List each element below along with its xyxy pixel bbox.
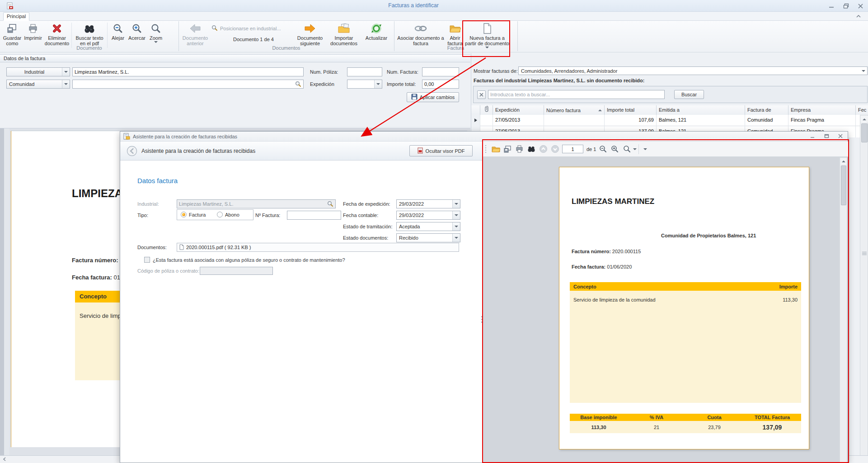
cell-expedicion: 27/05/2013 <box>493 115 544 126</box>
print-button[interactable] <box>516 145 523 154</box>
num-factura-input[interactable] <box>422 67 459 76</box>
aplicar-cambios-label: Aplicar cambios <box>420 94 455 100</box>
iva-label: % IVA <box>628 415 685 420</box>
chevron-up-icon <box>863 118 866 120</box>
scroll-up-button[interactable] <box>861 116 868 123</box>
pdf-toolbar: de 1 <box>483 142 848 157</box>
radio-abono[interactable]: Abono <box>217 212 239 217</box>
table-row[interactable]: 27/05/2013 107,69 Balmes, 121 Comunidad … <box>471 115 860 126</box>
fecha-contable-combo[interactable]: 29/03/2022 <box>396 211 460 220</box>
chevron-down-icon <box>452 222 460 231</box>
base-imponible-value: 113,30 <box>570 425 628 430</box>
printer-icon <box>28 22 38 35</box>
open-file-button[interactable] <box>492 145 500 154</box>
expedicion-combo-value <box>347 80 374 88</box>
row-indicator <box>471 115 480 126</box>
ribbon-group-separator <box>517 21 518 51</box>
estado-tramitacion-combo[interactable]: Aceptada <box>396 222 460 231</box>
documentos-field[interactable]: 2020.000115.pdf ( 92.31 KB ) <box>177 243 459 252</box>
importe-total-input[interactable] <box>422 80 459 89</box>
fecha-expedicion-label: Fecha de expedición: <box>343 201 390 207</box>
dialog-minimize-button[interactable] <box>806 132 819 140</box>
column-header-expedicion[interactable]: Expedición <box>493 105 544 115</box>
estado-documentos-label: Estado documentos: <box>343 235 388 241</box>
pdf-zoom-mode-button[interactable] <box>623 145 637 153</box>
chevron-down-icon <box>154 41 158 43</box>
documento-anterior-label: Documento anterior <box>181 35 210 46</box>
total-factura-value: 137,09 <box>743 424 801 431</box>
ribbon-separator <box>71 23 72 48</box>
back-button[interactable] <box>127 146 137 157</box>
search-icon <box>211 25 218 32</box>
dialog-maximize-button[interactable] <box>820 132 833 140</box>
posicionarse-field: Posicionarse en industrial... <box>211 25 296 32</box>
scrollbar-thumb[interactable] <box>861 123 868 142</box>
splitter-grip-icon[interactable] <box>862 251 867 256</box>
column-header-factura-de[interactable]: Factura de <box>745 105 788 115</box>
grid-vertical-scrollbar[interactable] <box>860 115 868 463</box>
preview-invoice-date-label: Fecha factura: <box>72 274 112 281</box>
cell-emitida: Balmes, 121 <box>657 115 745 126</box>
pdf-zoom-out-button[interactable] <box>599 145 607 154</box>
column-header-fecha[interactable]: Fec <box>856 105 868 115</box>
attachment-column-header[interactable] <box>480 105 493 115</box>
chevron-left-icon <box>3 457 6 462</box>
industrial-value-field[interactable]: Limpiezas Martinez, S.L. <box>72 67 304 76</box>
restore-button[interactable] <box>840 2 852 10</box>
industrial-selector-label: Industrial <box>7 68 62 76</box>
toolbar-drag-handle[interactable] <box>485 145 487 155</box>
mostrar-facturas-combo[interactable]: Comunidades, Arrendadores, Administrador <box>518 66 868 75</box>
invoice-totals-header: Base imponible % IVA Cuota TOTAL Factura <box>570 414 801 421</box>
column-header-empresa[interactable]: Empresa <box>788 105 856 115</box>
datos-factura-header: Datos de la factura <box>0 54 470 62</box>
tab-principal[interactable]: Principal <box>3 12 29 21</box>
acercar-label: Acercar <box>128 35 145 41</box>
poliza-checkbox[interactable] <box>144 257 150 263</box>
zoom-label: Zoom <box>150 35 162 41</box>
save-as-icon <box>7 22 18 35</box>
comunidad-selector[interactable]: Comunidad <box>6 80 70 89</box>
folder-import-icon <box>338 22 350 35</box>
base-imponible-label: Base imponible <box>570 415 628 420</box>
toolbar-overflow-button[interactable] <box>642 145 649 153</box>
ocultar-visor-pdf-button[interactable]: Ocultar visor PDF <box>409 145 473 156</box>
dialog-titlebar[interactable]: Asistente para la creación de facturas r… <box>120 132 848 142</box>
wizard-icon <box>123 133 130 141</box>
clear-search-button[interactable] <box>477 90 486 99</box>
comunidad-search-input[interactable] <box>72 80 304 89</box>
minimize-button[interactable] <box>825 2 838 10</box>
pdf-vertical-scrollbar[interactable] <box>840 157 847 463</box>
column-header-emitida[interactable]: Emitida a <box>657 105 745 115</box>
search-text-button[interactable] <box>527 145 535 154</box>
paperclip-icon <box>484 105 489 115</box>
search-input[interactable] <box>488 90 665 99</box>
ocultar-visor-pdf-label: Ocultar visor PDF <box>426 148 465 154</box>
buscar-button[interactable]: Buscar <box>674 90 704 99</box>
chevron-down-icon <box>62 80 70 88</box>
estado-documentos-combo[interactable]: Recibido <box>396 233 460 242</box>
search-bar: Buscar <box>473 86 868 103</box>
save-button[interactable] <box>504 145 511 154</box>
page-number-input[interactable] <box>562 145 583 153</box>
pdf-file-icon <box>418 147 423 155</box>
fecha-expedicion-combo[interactable]: 29/03/2022 <box>396 199 460 208</box>
industrial-selector[interactable]: Industrial <box>6 67 70 76</box>
aplicar-cambios-button[interactable]: Aplicar cambios <box>407 92 459 102</box>
close-button[interactable] <box>854 2 867 10</box>
collapse-ribbon-icon[interactable] <box>856 14 861 19</box>
num-poliza-input[interactable] <box>347 67 382 76</box>
scroll-up-button[interactable] <box>840 158 847 165</box>
column-header-importe[interactable]: Importe total <box>605 105 657 115</box>
radio-factura[interactable]: Factura <box>181 212 206 217</box>
pdf-zoom-in-button[interactable] <box>611 145 619 154</box>
column-header-numero[interactable]: Número factura <box>544 105 605 115</box>
industrial-field: Limpiezas Martinez, S.L. <box>177 199 336 208</box>
dialog-close-button[interactable] <box>834 132 847 140</box>
abrir-factura-label: Abrir factura <box>446 35 464 46</box>
dialog-num-factura-input[interactable] <box>287 211 341 220</box>
scroll-left-button[interactable] <box>0 456 8 463</box>
preview-left-scrollbar[interactable] <box>0 128 4 456</box>
scrollbar-thumb[interactable] <box>841 165 846 205</box>
expedicion-combo[interactable] <box>347 80 382 89</box>
search-icon[interactable] <box>295 81 301 88</box>
